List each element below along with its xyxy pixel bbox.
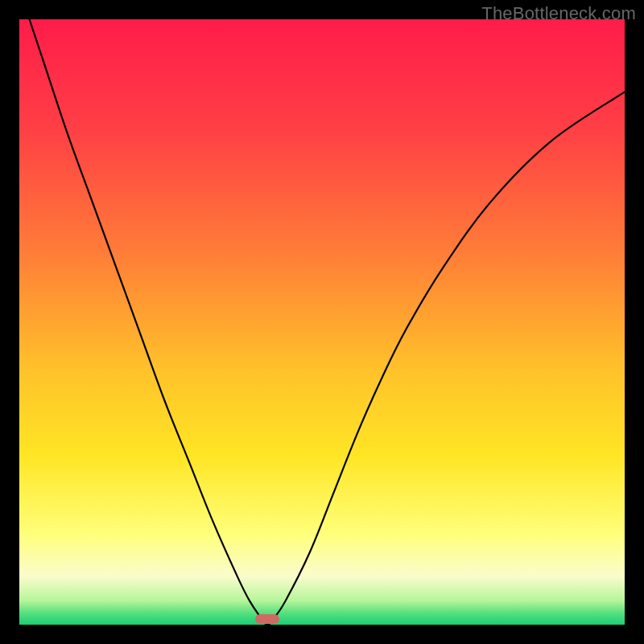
bottleneck-curve: [19, 19, 625, 625]
plot-area: [19, 19, 625, 625]
chart-frame: TheBottleneck.com: [0, 0, 644, 644]
optimal-marker: [255, 614, 279, 624]
watermark-text: TheBottleneck.com: [481, 3, 636, 24]
curve-layer: [19, 19, 625, 625]
